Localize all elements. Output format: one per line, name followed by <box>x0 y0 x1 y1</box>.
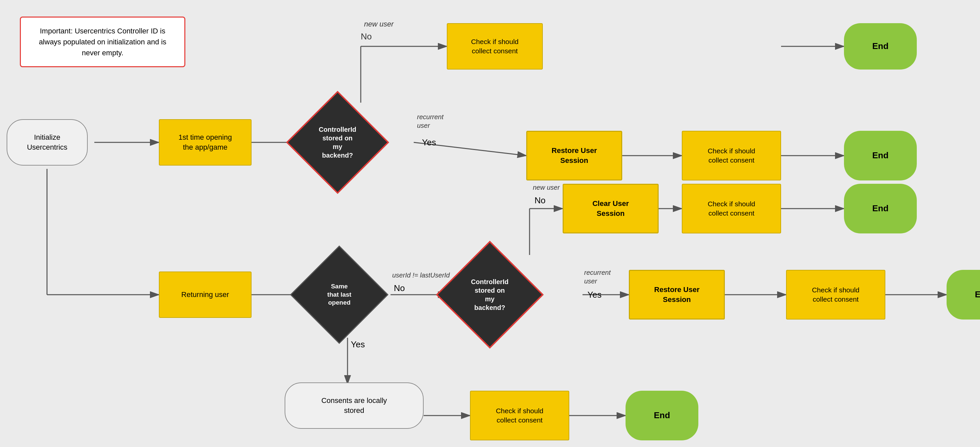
diamond2-label: ControllerId stored on my backend? <box>471 278 508 312</box>
returning-user-label: Returning user <box>177 287 234 302</box>
end-4-label: End <box>970 286 980 303</box>
end-1: End <box>844 23 917 70</box>
check-consent-5: Check if should collect consent <box>470 391 569 441</box>
check-consent-1-label: Check if should collect consent <box>466 34 523 59</box>
label-new-user-2: new user <box>533 184 560 192</box>
end-2-label: End <box>867 147 893 164</box>
first-time-opening: 1st time opening the app/game <box>159 119 251 166</box>
label-yes-3: Yes <box>351 339 365 350</box>
label-userid-neq: userId != lastUserId <box>392 271 450 279</box>
check-consent-2-label: Check if should collect consent <box>703 144 760 168</box>
end-5: End <box>625 391 698 441</box>
important-text: Important: Usercentrics Controller ID is… <box>31 26 174 58</box>
same-last-label: Same that last opened <box>327 283 352 307</box>
label-recurrent-2: recurrentuser <box>584 268 611 286</box>
consents-locally-label: Consents are locally stored <box>317 393 391 418</box>
initialize-usercentrics: Initialize Usercentrics <box>6 119 88 166</box>
end-3: End <box>844 184 917 233</box>
check-consent-2: Check if should collect consent <box>682 131 781 180</box>
label-no-3: No <box>535 195 546 206</box>
restore-session-2-label: Restore User Session <box>650 282 704 307</box>
consents-locally-stored: Consents are locally stored <box>285 382 424 429</box>
restore-user-session-2: Restore User Session <box>629 270 725 319</box>
clear-session-label: Clear User Session <box>588 196 633 221</box>
end-4: End <box>947 270 980 319</box>
check-consent-5-label: Check if should collect consent <box>491 404 548 428</box>
label-yes-1: Yes <box>422 137 436 148</box>
initialize-label: Initialize Usercentrics <box>22 130 72 155</box>
check-consent-1: Check if should collect consent <box>447 23 543 70</box>
label-yes-2: Yes <box>587 290 601 300</box>
restore-session-1-label: Restore User Session <box>547 143 602 168</box>
diamond-same-last: Same that last opened <box>296 252 382 338</box>
flowchart-diagram: Important: Usercentrics Controller ID is… <box>0 0 980 447</box>
check-consent-3: Check if should collect consent <box>682 184 781 233</box>
end-5-label: End <box>649 407 675 424</box>
label-no-2: No <box>394 283 405 293</box>
end-1-label: End <box>867 38 893 54</box>
diamond-controller-1: ControllerId stored on my backend? <box>294 83 380 202</box>
label-no-1: No <box>361 32 372 42</box>
returning-user: Returning user <box>159 271 251 318</box>
label-recurrent-1: recurrentuser <box>417 113 444 130</box>
first-time-label: 1st time opening the app/game <box>174 130 236 155</box>
check-consent-3-label: Check if should collect consent <box>703 197 760 221</box>
diamond1-label: ControllerId stored on my backend? <box>319 125 356 160</box>
label-new-user-1: new user <box>364 20 393 29</box>
check-consent-4-label: Check if should collect consent <box>807 283 864 307</box>
check-consent-4: Check if should collect consent <box>786 270 885 319</box>
important-box: Important: Usercentrics Controller ID is… <box>20 16 185 67</box>
clear-user-session: Clear User Session <box>563 184 659 233</box>
restore-user-session-1: Restore User Session <box>526 131 622 180</box>
diamond-controller-2: ControllerId stored on my backend? <box>444 238 536 351</box>
end-3-label: End <box>867 200 893 217</box>
end-2: End <box>844 131 917 180</box>
